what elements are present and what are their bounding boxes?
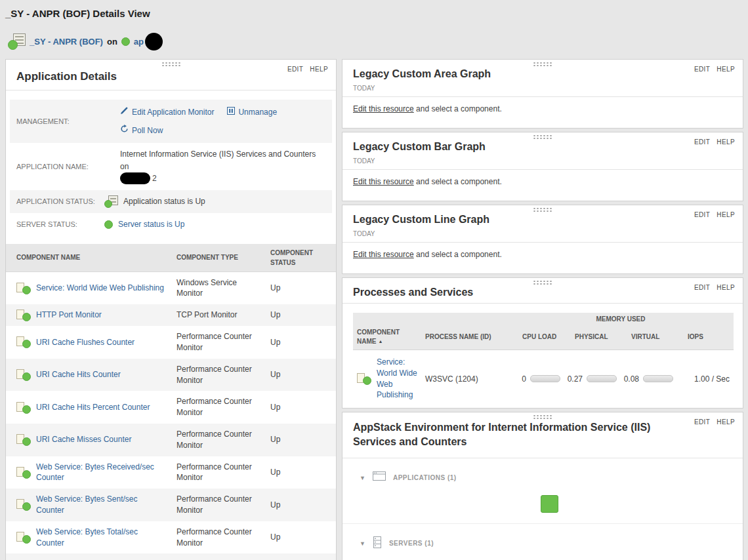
component-up-icon	[16, 467, 31, 478]
edit-this-resource-link[interactable]: Edit this resource	[353, 250, 414, 259]
component-link[interactable]: Web Service: Bytes Sent/sec Counter	[36, 494, 166, 516]
column-header-iops[interactable]: IOPS	[677, 326, 734, 350]
component-link[interactable]: URI Cache Hits Counter	[36, 369, 121, 380]
application-node-up[interactable]	[541, 495, 558, 513]
component-type: Performance Counter Monitor	[171, 456, 265, 489]
unmanage-link[interactable]: Unmanage	[227, 106, 277, 119]
server-up-dot	[104, 220, 113, 229]
poll-now-link[interactable]: Poll Now	[120, 125, 163, 137]
table-row: Web Service: Connection Attempts/sec Cou…	[6, 553, 336, 560]
redaction	[145, 33, 163, 50]
column-header-process-name[interactable]: PROCESS NAME (ID)	[421, 326, 512, 350]
processes-table: MEMORY USED COMPONENT NAME▲ PROCESS NAME…	[353, 313, 734, 407]
component-link[interactable]: Web Service: Bytes Received/sec Counter	[36, 462, 166, 484]
component-status: Up	[265, 271, 336, 304]
management-row: MANAGEMENT: Edit Application Monitor Unm…	[10, 100, 332, 143]
process-component-link[interactable]: Service: World Wide Web Publishing	[377, 357, 417, 401]
component-link[interactable]: URI Cache Flushes Counter	[36, 337, 135, 348]
component-up-icon	[16, 499, 31, 510]
redaction	[120, 172, 150, 184]
table-row: URI Cache Misses Counter Performance Cou…	[6, 424, 336, 456]
component-status: Up	[265, 521, 336, 554]
cpu-load-value: 0	[522, 374, 526, 384]
physical-memory-bar	[587, 375, 617, 382]
component-link[interactable]: Web Service: Bytes Total/sec Counter	[36, 527, 166, 549]
application-status-value: Application status is Up	[123, 195, 205, 208]
breadcrumb-application-link[interactable]: _SY - ANPR (BOF)	[30, 37, 103, 47]
component-status: Up	[265, 456, 336, 489]
component-up-icon	[357, 373, 371, 384]
panel-title: Legacy Custom Bar Graph	[353, 141, 732, 153]
process-name-id: W3SVC (1204)	[421, 350, 512, 408]
component-type: TCP Port Monitor	[171, 304, 265, 326]
component-up-icon	[16, 434, 31, 445]
component-type: Performance Counter Monitor	[171, 424, 265, 456]
pencil-icon	[120, 106, 129, 119]
hint-text: and select a component.	[414, 104, 502, 113]
group-label-applications: APPLICATIONS (1)	[393, 474, 457, 481]
hint-text: and select a component.	[414, 177, 502, 186]
component-type: Performance Counter Monitor	[171, 489, 265, 521]
component-up-icon	[16, 310, 31, 321]
server-status-link[interactable]: Server status is Up	[118, 218, 184, 231]
column-header-component-name[interactable]: COMPONENT NAME▲	[353, 326, 421, 350]
component-up-icon	[16, 402, 31, 413]
component-status: Up	[265, 391, 336, 424]
component-link[interactable]: URI Cache Hits Percent Counter	[36, 402, 150, 413]
table-row: Service: World Wide Web Publishing Windo…	[6, 271, 336, 304]
component-type: Performance Counter Monitor	[171, 359, 265, 391]
breadcrumb-server-link[interactable]: ap	[134, 37, 144, 47]
applications-icon	[372, 471, 386, 485]
component-link[interactable]: URI Cache Misses Counter	[36, 434, 131, 445]
table-row: URI Cache Hits Counter Performance Count…	[6, 359, 336, 391]
component-table: COMPONENT NAME COMPONENT TYPE COMPONENT …	[6, 244, 336, 560]
period-label: TODAY	[353, 157, 732, 165]
sort-asc-icon: ▲	[378, 339, 383, 344]
component-link[interactable]: HTTP Port Monitor	[36, 310, 102, 321]
component-link[interactable]: Service: World Wide Web Publishing	[36, 283, 164, 294]
legacy-area-graph-panel: EDIT HELP Legacy Custom Area Graph TODAY…	[342, 59, 743, 129]
server-status-dot	[121, 37, 130, 46]
table-row: Web Service: Bytes Received/sec Counter …	[6, 456, 336, 489]
component-status: Up	[265, 359, 336, 391]
component-status: Up	[265, 424, 336, 456]
servers-icon	[372, 536, 383, 551]
virtual-memory-value: 0.08	[624, 374, 639, 384]
chevron-down-icon[interactable]: ▼	[360, 540, 365, 547]
component-type: Performance Counter Monitor	[171, 521, 265, 554]
chevron-down-icon[interactable]: ▼	[360, 475, 365, 481]
table-row: URI Cache Flushes Counter Performance Co…	[6, 326, 336, 359]
table-row: URI Cache Hits Percent Counter Performan…	[6, 391, 336, 424]
legacy-line-graph-panel: EDIT HELP Legacy Custom Line Graph TODAY…	[342, 205, 743, 274]
component-up-icon	[16, 283, 31, 294]
panel-title: Application Details	[16, 70, 325, 83]
application-name-value: Internet Information Service (IIS) Servi…	[120, 150, 316, 171]
column-header-virtual[interactable]: VIRTUAL	[621, 326, 677, 350]
status-up-dot	[8, 40, 18, 50]
legacy-bar-graph-panel: EDIT HELP Legacy Custom Bar Graph TODAY …	[342, 132, 743, 201]
component-type: Performance Counter Monitor	[171, 391, 265, 424]
edit-application-monitor-link[interactable]: Edit Application Monitor	[120, 106, 214, 119]
application-icon	[8, 33, 26, 50]
component-status: Up	[265, 489, 336, 521]
application-status-row: APPLICATION STATUS: Application status i…	[10, 190, 332, 213]
panel-title: Processes and Services	[353, 287, 732, 298]
component-up-icon	[16, 532, 31, 543]
iops-value: 1.00 / Sec	[677, 350, 734, 408]
column-header-cpu-load[interactable]: CPU LOAD	[512, 326, 564, 350]
processes-and-services-panel: EDIT HELP Processes and Services MEMORY …	[342, 277, 743, 409]
component-type: Performance Counter Monitor	[171, 553, 265, 560]
panel-title: Legacy Custom Line Graph	[353, 214, 732, 226]
refresh-icon	[120, 125, 129, 137]
column-header-component-name: COMPONENT NAME	[6, 244, 171, 272]
edit-this-resource-link[interactable]: Edit this resource	[353, 104, 414, 113]
page-title: _SY - ANPR (BOF) Details View	[5, 8, 150, 19]
column-header-physical[interactable]: PHYSICAL	[564, 326, 621, 350]
virtual-memory-bar	[643, 375, 673, 382]
cpu-load-bar	[530, 375, 560, 382]
application-details-panel: EDIT HELP Application Details MANAGEMENT…	[5, 59, 337, 560]
table-row: Web Service: Bytes Total/sec Counter Per…	[6, 521, 336, 554]
edit-this-resource-link[interactable]: Edit this resource	[353, 177, 414, 186]
table-row: HTTP Port Monitor TCP Port Monitor Up	[6, 304, 336, 326]
group-label-servers: SERVERS (1)	[389, 540, 434, 547]
